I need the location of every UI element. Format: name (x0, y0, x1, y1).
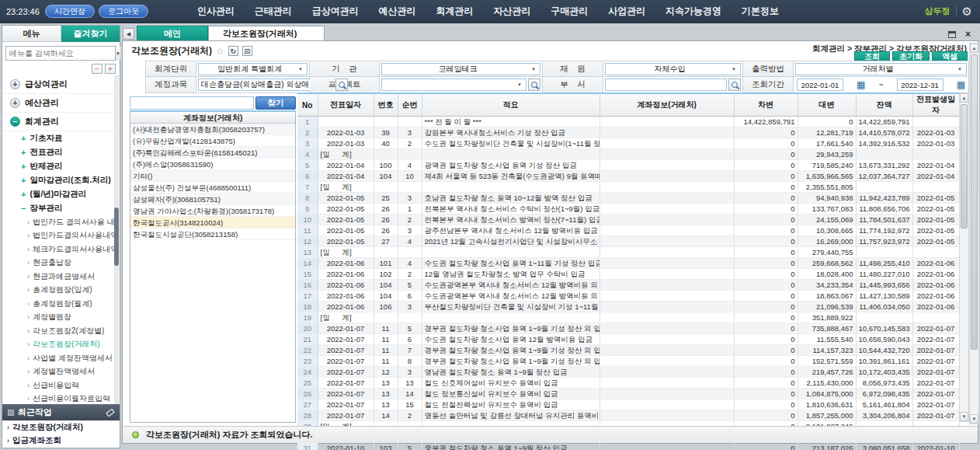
column-header[interactable]: 계좌정보(거래처) (599, 93, 734, 117)
topbar-menu-item[interactable]: 급상여관리 (312, 5, 359, 18)
sidebar-item[interactable]: ›현금과예금명세서 (2, 270, 114, 284)
sidebar-item[interactable]: +예산관리 (2, 94, 114, 113)
topbar-menu-item[interactable]: 예산관리 (379, 5, 416, 18)
accounting-unit-select[interactable]: 일반회계 특별회계▼ (198, 63, 308, 75)
topbar-menu-item[interactable]: 자산관리 (493, 5, 530, 18)
table-row[interactable]: 82022-01-05253호남권 철도차량 청소 용역 10~12월 방역 정… (297, 193, 959, 204)
sidebar-item[interactable]: ›총계정원장(일계) (2, 284, 114, 298)
fund-select[interactable]: 자체수입▼ (605, 63, 741, 75)
sidebar-item[interactable]: ›현금출납장 (2, 256, 114, 270)
table-row[interactable]: 32022-01-03402수도권 철도차량정비단 건축물 및 시설장비(1~1… (297, 138, 959, 149)
column-header[interactable]: 차변 (734, 93, 798, 117)
tab-main[interactable]: 메인 (137, 26, 208, 40)
popup-icon[interactable]: ⊡ (242, 46, 252, 56)
sidebar-item[interactable]: ›총계정원장(월계) (2, 297, 114, 311)
star-icon[interactable]: ☆ (216, 46, 224, 57)
table-row[interactable]: 4[일 계]029,943,259 (297, 149, 959, 160)
table-row[interactable]: 212022-01-07116수도권 철도차량 청소사업 용역 12월 방역비용… (297, 334, 959, 345)
sidebar-item[interactable]: +반제관리 (2, 159, 114, 173)
collapse-icon[interactable]: − (10, 117, 20, 127)
table-row[interactable]: 172022-01-061046수도권광역본부 역사내 청소서비스 12월 방역… (297, 291, 959, 302)
recent-work-item[interactable]: ›각보조원장(거래처) (2, 420, 120, 434)
table-row[interactable]: 232022-01-07118경부권 철도차량 청소사업 용역 1~9월 기성 … (297, 356, 959, 367)
expand-icon[interactable]: + (10, 79, 20, 89)
sidebar-item[interactable]: ›계정별원장 (2, 311, 114, 325)
chevron-down-icon[interactable]: ▼ (115, 47, 120, 60)
vendor-item[interactable]: (주)에스알(3058631590) (130, 159, 295, 170)
table-row[interactable]: 7[일 계]02,355,551,805 (297, 182, 959, 193)
sidebar-item[interactable]: +급상여관리 (2, 75, 114, 94)
vendor-item[interactable]: 기타() (130, 170, 295, 182)
expand-icon[interactable]: + (21, 190, 26, 199)
scroll-down-icon[interactable]: ▼ (970, 414, 978, 424)
vendor-item[interactable]: 한국철도공사(3148210024) (130, 217, 295, 228)
sidebar-item[interactable]: ›체크카드결의서사용내역 (2, 242, 114, 256)
agency-select[interactable]: 코레일테크▼ (381, 63, 540, 75)
sidebar-item[interactable]: −장부관리 (2, 201, 114, 215)
sidebar-item[interactable]: ›법인카드결의서사용내역2 (2, 229, 114, 243)
user-name[interactable]: 삼두정 (925, 5, 950, 17)
restore-icon[interactable] (948, 31, 956, 38)
period-to-input[interactable]: 2022-12-31 (897, 78, 944, 91)
expand-icon[interactable]: + (10, 98, 20, 108)
scroll-down-icon[interactable]: ▼ (960, 412, 968, 421)
table-row[interactable]: 62022-01-0410410제4회 서울역 등 523동 건축물(수도권광역… (297, 171, 959, 182)
vendor-list-header[interactable]: 계좌정보(거래처) (130, 112, 295, 124)
vendor-item[interactable]: (주)룩인김해레스포타운(6158145021) (130, 147, 295, 159)
grid-scrollbar[interactable]: ▲ ▼ (959, 92, 969, 422)
sidebar-scrollbar[interactable] (114, 75, 119, 410)
topbar-menu-item[interactable]: 근태관리 (255, 5, 292, 18)
tab-page[interactable]: 각보조원장(거래처) (208, 26, 325, 40)
table-row[interactable]: 202022-01-07115경부권 철도차량 청소사업 용역 1~9월 기성 … (297, 323, 959, 334)
column-header[interactable]: 번호 (374, 93, 398, 117)
column-header[interactable]: No (297, 93, 318, 117)
search-icon[interactable] (528, 78, 540, 91)
close-icon[interactable]: × (965, 30, 971, 38)
search-icon[interactable] (728, 78, 741, 91)
collapse-icon[interactable]: − (21, 204, 26, 213)
vendor-item[interactable]: 영남권 가야사업소(차량환경)(3058173178) (130, 205, 295, 217)
table-row[interactable]: 262022-01-071314철도 정보통신설비 유지보수 용역비 입금01,… (297, 389, 959, 399)
expand-icon[interactable]: + (21, 134, 26, 143)
tab-menu[interactable]: 메뉴 (2, 26, 61, 42)
topbar-menu-item[interactable]: 지속가능경영 (665, 5, 721, 18)
vendor-item[interactable]: 삼성페자(주)(3068105751) (130, 194, 295, 205)
tab-favorites[interactable]: 즐겨찾기 (61, 26, 120, 42)
topbar-menu-item[interactable]: 인사관리 (197, 5, 235, 18)
department-input[interactable] (605, 78, 727, 91)
recent-work-item[interactable]: ›입금계좌조회 (2, 434, 120, 447)
sidebar-item[interactable]: ›각보조원장(거래처) (2, 338, 114, 352)
logout-button[interactable]: 로그아웃 (99, 5, 148, 18)
search-icon[interactable] (335, 78, 348, 91)
sidebar-item[interactable]: +기초자료 (2, 131, 114, 145)
find-button[interactable]: 찾기 (255, 96, 296, 110)
project-select[interactable]: ▼ (381, 78, 526, 91)
sidebar-item[interactable]: +전표관리 (2, 145, 114, 159)
table-row[interactable]: 272022-01-071315철도 전철전력설비 유지보수 용역비 입금01,… (297, 399, 959, 410)
table-row[interactable]: 142022-01-061014수도권 철도차량 청소사업 용역 1~11월 기… (297, 258, 959, 269)
tab-scroll-left-button[interactable]: ◀ (123, 28, 134, 40)
topbar-menu-item[interactable]: 구매관리 (551, 5, 588, 18)
column-header[interactable]: 잔액 (856, 93, 912, 117)
sidebar-item[interactable]: +일마감관리(조회.처리) (2, 173, 114, 187)
refresh-icon[interactable]: ↻ (228, 46, 238, 56)
table-row[interactable]: 162022-01-061045수도권광역본부 역사내 청소서비스 12월 방역… (297, 280, 959, 291)
table-row[interactable]: 252022-01-071313철도 신호제어설비 유지보수 용역비 입금02,… (297, 378, 959, 389)
table-row[interactable]: 102022-01-05262전북본부 역사내 청소서비스 방역비 정산(7~1… (297, 215, 959, 225)
table-row[interactable]: 152022-01-06102212월 영남권 철도차량청소 방역 업무 수탁비… (297, 269, 959, 280)
output-method-select[interactable]: 거래처별▼ (795, 63, 967, 75)
sidebar-item[interactable]: ›법인카드 결의서사용 내역 (2, 215, 114, 229)
vendor-item[interactable]: 삼성물산(주) 건설부문(4688500111) (130, 182, 295, 194)
table-row[interactable]: 92022-01-05261전북본부 역사내 청소서비스 수탁비 정산(1~9월… (297, 204, 959, 215)
collapse-all-button[interactable]: − (92, 64, 103, 74)
extend-time-button[interactable]: 시간연장 (45, 5, 95, 18)
table-row[interactable]: 13[일 계]0279,440,755 (297, 247, 959, 258)
column-header[interactable]: 전표일자 (318, 93, 374, 117)
vendor-item[interactable]: (사)대전충남경영자총협회(3058203757) (130, 124, 295, 135)
vendor-item[interactable]: (유)무림산업개발(4128143875) (130, 135, 295, 147)
page-scrollbar-thumb[interactable] (971, 54, 978, 350)
vendor-search-input[interactable] (130, 96, 254, 110)
column-header[interactable]: 대변 (798, 93, 856, 117)
topbar-menu-item[interactable]: 기본정보 (742, 5, 779, 18)
page-scrollbar[interactable]: ▲ ▼ (969, 43, 979, 424)
